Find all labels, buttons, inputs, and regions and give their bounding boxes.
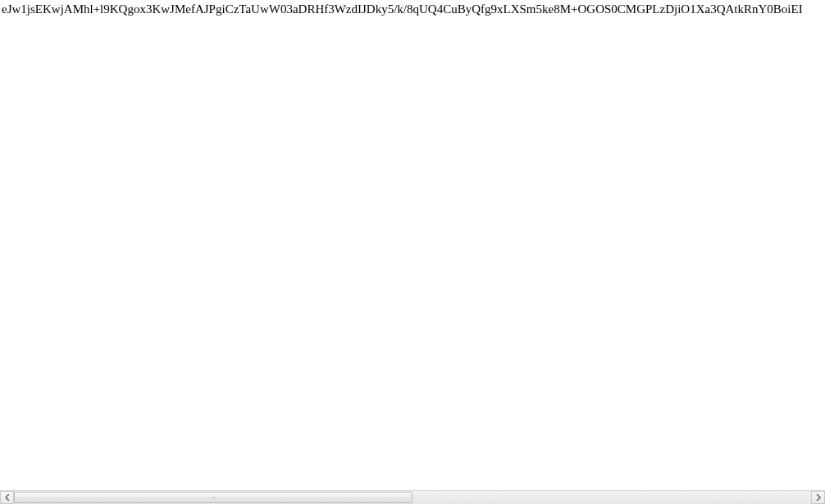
- scroll-right-button[interactable]: [811, 491, 825, 504]
- scrollbar-track[interactable]: ···: [14, 491, 811, 504]
- chevron-left-icon: [5, 494, 10, 501]
- content-area: eJw1jsEKwjAMhl+l9KQgox3KwJMefAJPgiCzTaUw…: [0, 0, 825, 490]
- scroll-left-button[interactable]: [0, 491, 14, 504]
- chevron-right-icon: [816, 494, 821, 501]
- scrollbar-thumb[interactable]: ···: [14, 492, 412, 503]
- thumb-grip-icon: ···: [212, 494, 215, 502]
- horizontal-scrollbar[interactable]: ···: [0, 490, 825, 504]
- encoded-string-text: eJw1jsEKwjAMhl+l9KQgox3KwJMefAJPgiCzTaUw…: [2, 2, 803, 16]
